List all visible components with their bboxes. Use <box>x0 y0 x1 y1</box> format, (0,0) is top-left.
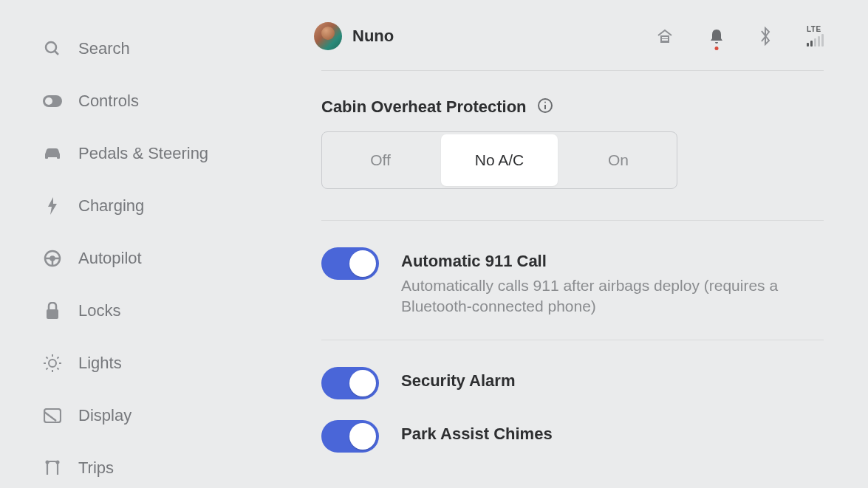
svg-point-22 <box>56 460 60 464</box>
header: Nuno LTE <box>314 0 846 63</box>
security-alarm-title: Security Alarm <box>401 371 515 391</box>
notifications-icon[interactable] <box>709 28 724 44</box>
svg-line-1 <box>55 51 58 55</box>
sidebar-item-label: Search <box>78 39 130 58</box>
sidebar-item-label: Trips <box>78 458 114 478</box>
sidebar-item-label: Display <box>78 406 131 425</box>
svg-point-5 <box>51 256 55 260</box>
sidebar-item-display[interactable]: Display <box>41 389 281 441</box>
trips-icon <box>41 460 64 476</box>
display-icon <box>41 408 64 423</box>
car-icon <box>41 147 64 160</box>
svg-line-18 <box>57 357 58 358</box>
security-alarm-toggle[interactable] <box>321 367 379 399</box>
svg-line-17 <box>47 368 48 369</box>
sun-icon <box>41 354 64 373</box>
sidebar-item-label: Lights <box>78 354 122 373</box>
sidebar-item-label: Autopilot <box>78 249 142 268</box>
sidebar-item-search[interactable]: Search <box>41 22 281 75</box>
svg-line-16 <box>57 368 58 369</box>
cabin-overheat-option-off[interactable]: Off <box>322 132 439 188</box>
sidebar: Search Controls Pedals & Steering Chargi… <box>0 0 281 488</box>
username[interactable]: Nuno <box>352 27 394 46</box>
bluetooth-icon[interactable] <box>759 27 771 46</box>
svg-line-15 <box>47 357 48 358</box>
security-alarm-row: Security Alarm <box>314 340 846 399</box>
cabin-overheat-option-no-ac[interactable]: No A/C <box>441 134 558 186</box>
sidebar-item-label: Pedals & Steering <box>78 144 208 163</box>
auto-911-row: Automatic 911 Call Automatically calls 9… <box>314 221 846 317</box>
sidebar-item-label: Charging <box>78 196 144 216</box>
cabin-overheat-section: Cabin Overheat Protection Off No A/C On <box>314 71 846 189</box>
sidebar-item-autopilot[interactable]: Autopilot <box>41 232 281 284</box>
info-icon[interactable] <box>537 97 553 117</box>
sidebar-item-label: Locks <box>78 301 120 320</box>
svg-rect-19 <box>44 409 61 422</box>
park-assist-toggle[interactable] <box>321 420 379 453</box>
search-icon <box>41 40 64 58</box>
sidebar-item-label: Controls <box>78 92 139 111</box>
auto-911-toggle[interactable] <box>321 247 379 280</box>
svg-rect-9 <box>47 309 58 319</box>
cell-signal[interactable]: LTE <box>807 25 824 47</box>
svg-point-10 <box>49 360 56 367</box>
cabin-overheat-title: Cabin Overheat Protection <box>321 97 527 117</box>
cabin-overheat-option-on[interactable]: On <box>560 132 677 188</box>
signal-bars-icon <box>807 34 824 47</box>
network-type-label: LTE <box>807 25 821 33</box>
sidebar-item-trips[interactable]: Trips <box>41 441 281 488</box>
main-panel: Nuno LTE <box>314 0 846 453</box>
notification-dot <box>715 47 719 50</box>
avatar[interactable] <box>314 22 342 50</box>
svg-point-28 <box>544 102 546 103</box>
bolt-icon <box>41 197 64 215</box>
cabin-overheat-segmented: Off No A/C On <box>321 131 677 189</box>
toggle-icon <box>41 95 64 107</box>
status-icons: LTE <box>656 25 846 47</box>
sidebar-item-locks[interactable]: Locks <box>41 284 281 337</box>
auto-911-title: Automatic 911 Call <box>401 252 822 271</box>
homelink-icon[interactable] <box>656 28 674 44</box>
park-assist-title: Park Assist Chimes <box>401 425 553 444</box>
svg-point-3 <box>45 97 52 105</box>
sidebar-item-pedals-steering[interactable]: Pedals & Steering <box>41 127 281 179</box>
sidebar-item-controls[interactable]: Controls <box>41 75 281 127</box>
steering-wheel-icon <box>41 250 64 267</box>
park-assist-row: Park Assist Chimes <box>314 399 846 453</box>
sidebar-item-lights[interactable]: Lights <box>41 337 281 389</box>
svg-line-20 <box>44 412 56 421</box>
svg-point-21 <box>46 460 49 464</box>
svg-point-0 <box>46 42 56 52</box>
auto-911-description: Automatically calls 911 after airbags de… <box>401 275 822 317</box>
sidebar-item-charging[interactable]: Charging <box>41 179 281 232</box>
lock-icon <box>41 302 64 320</box>
